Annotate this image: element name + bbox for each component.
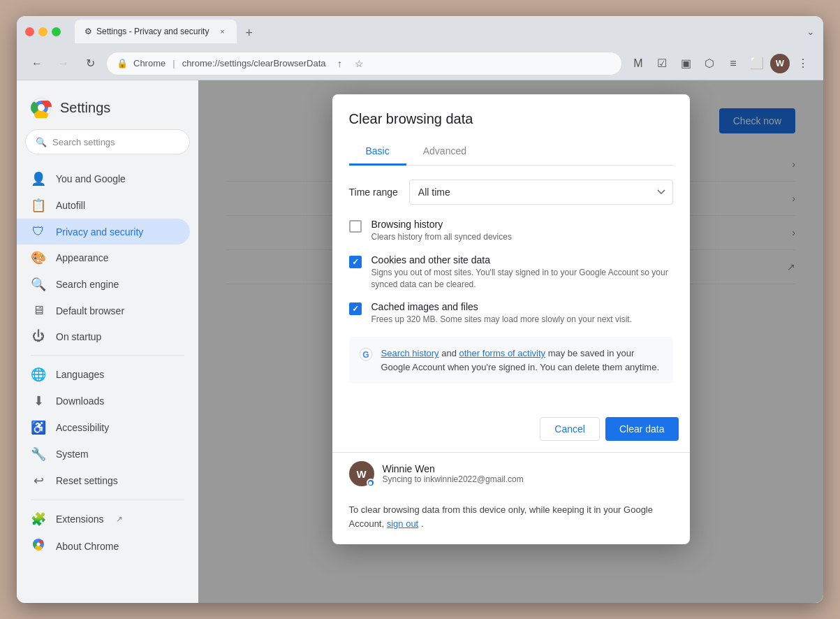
tab-title: Settings - Privacy and security [96,27,209,36]
title-bar: ⚙ Settings - Privacy and security × + ⌄ [17,16,823,47]
sidebar-item-label: Downloads [56,395,104,407]
sidebar-item-label: Languages [56,369,104,380]
window-controls-end: ⌄ [806,26,815,37]
profile-picture: W [349,461,374,486]
sidebar-item-reset-settings[interactable]: ↩ Reset settings [17,467,190,494]
reset-icon: ↩ [31,473,46,488]
google-g-icon: G [359,347,373,361]
sidebar-item-default-browser[interactable]: 🖥 Default browser [17,298,190,323]
appearance-icon: 🎨 [31,250,46,265]
new-tab-button[interactable]: + [240,23,258,43]
sidebar-item-privacy-security[interactable]: 🛡 Privacy and security [17,219,190,245]
tabs-area: ⚙ Settings - Privacy and security × + [75,20,801,43]
tab-basic[interactable]: Basic [349,138,406,166]
profile-email: Syncing to inkwinnie2022@gmail.com [383,474,524,484]
modal-header: Clear browsing data Basic Advanced [332,94,690,166]
sidebar-item-label: System [56,449,89,460]
close-window-button[interactable] [25,27,34,36]
sidebar-item-label: Reset settings [56,475,118,486]
sidebar-nav: 👤 You and Google 📋 Autofill 🛡 Privacy an… [17,166,198,560]
sidebar-header: Settings [17,92,198,129]
maximize-window-button[interactable] [52,27,61,36]
sidebar-item-downloads[interactable]: ⬇ Downloads [17,388,190,414]
screen-extension-button[interactable]: ▣ [675,53,696,74]
autofill-icon: 📋 [31,198,46,213]
download-icon: ⬇ [31,393,46,409]
search-history-link[interactable]: Search history [381,348,439,358]
cookies-item: Cookies and other site data Signs you ou… [349,254,673,291]
extension-buttons: M ☑ ▣ ⬡ ≡ ⬜ W ⋮ [628,53,813,74]
modal-footer-signout: To clear browsing data from this device … [332,495,690,544]
extensions-icon: 🧩 [31,511,46,527]
sidebar-item-accessibility[interactable]: ♿ Accessibility [17,414,190,441]
sidebar-item-extensions[interactable]: 🧩 Extensions ↗ [17,506,190,532]
external-link-icon: ↗ [116,514,123,524]
modal-actions: Cancel Clear data [332,412,690,452]
forward-button[interactable]: → [53,53,74,74]
time-range-select[interactable]: All time Last 4 weeks Last 7 days Last 2… [409,180,673,205]
sidebar-item-system[interactable]: 🔧 System [17,441,190,467]
profile-initials: W [356,468,366,480]
bookmark-button[interactable]: ☆ [351,55,368,72]
cached-images-desc: Frees up 320 MB. Some sites may load mor… [371,314,632,326]
cached-images-checkbox[interactable] [349,303,362,315]
refresh-button[interactable]: ↻ [80,53,101,74]
cached-images-title: Cached images and files [371,301,632,312]
checklist-extension-button[interactable]: ☑ [651,53,672,74]
modal-title: Clear browsing data [349,111,673,127]
address-bar[interactable]: 🔒 Chrome | chrome://settings/clearBrowse… [106,52,622,75]
browsing-history-desc: Clears history from all synced devices [371,231,512,243]
address-actions: ↑ ☆ [332,55,368,72]
profile-avatar-button[interactable]: W [770,54,790,73]
lock-icon: 🔒 [117,58,128,68]
settings-tab-icon: ⚙ [84,27,92,36]
sidebar-item-appearance[interactable]: 🎨 Appearance [17,245,190,271]
cookies-desc: Signs you out of most sites. You'll stay… [371,267,673,291]
save-page-button[interactable]: ↑ [332,55,348,72]
sidebar-item-about-chrome[interactable]: About Chrome [17,532,190,560]
sidebar-item-on-startup[interactable]: ⏻ On startup [17,323,190,349]
sidebar-item-label: Default browser [56,305,124,316]
other-activity-link[interactable]: other forms of activity [459,348,546,358]
shield-icon: 🛡 [31,224,46,239]
sidebar-item-label: Privacy and security [56,226,143,238]
chrome-menu-button[interactable]: ⋮ [793,53,813,74]
sidebar-item-languages[interactable]: 🌐 Languages [17,361,190,388]
search-settings-bar[interactable]: 🔍 Search settings [25,129,190,154]
cookies-checkbox[interactable] [349,256,362,268]
tab-close-button[interactable]: × [217,27,227,36]
modal-footer-profile: W Winnie Wen Syncing to inkwinnie2022@gm… [332,452,690,495]
search-icon: 🔍 [36,137,47,147]
browsing-history-checkbox[interactable] [349,220,362,233]
active-tab[interactable]: ⚙ Settings - Privacy and security × [75,20,237,43]
cached-images-item: Cached images and files Frees up 320 MB.… [349,301,673,326]
sidebar-item-you-and-google[interactable]: 👤 You and Google [17,166,190,192]
clear-data-button[interactable]: Clear data [605,417,679,441]
sidebar-item-autofill[interactable]: 📋 Autofill [17,192,190,219]
sidebar: Settings 🔍 Search settings 👤 You and Goo… [17,80,198,603]
svg-point-2 [38,104,45,111]
time-range-row: Time range All time Last 4 weeks Last 7 … [349,180,673,205]
about-chrome-icon [31,538,46,554]
modal-tabs: Basic Advanced [349,138,673,166]
browsing-history-item: Browsing history Clears history from all… [349,219,673,243]
sidebar-item-label: Autofill [56,200,85,211]
search-engine-icon: 🔍 [31,277,46,292]
sidebar-item-search-engine[interactable]: 🔍 Search engine [17,271,190,298]
cancel-button[interactable]: Cancel [540,417,600,441]
minimize-window-button[interactable] [38,27,47,36]
menu-extension-button[interactable]: ≡ [723,53,744,74]
main-panel: Check now › › › ↗ [198,80,823,603]
gmail-extension-button[interactable]: M [628,53,649,74]
site-name: Chrome [133,58,165,68]
sign-out-link[interactable]: sign out [387,518,419,529]
browser-icon: 🖥 [31,303,46,318]
sidebar-item-label: On startup [56,331,101,342]
back-button[interactable]: ← [27,53,47,74]
tab-advanced[interactable]: Advanced [406,138,483,166]
sidebar-item-label: About Chrome [56,541,119,552]
display-button[interactable]: ⬜ [746,53,767,74]
sidebar-item-label: Accessibility [56,422,109,433]
puzzle-extension-button[interactable]: ⬡ [699,53,720,74]
svg-text:G: G [362,350,369,360]
